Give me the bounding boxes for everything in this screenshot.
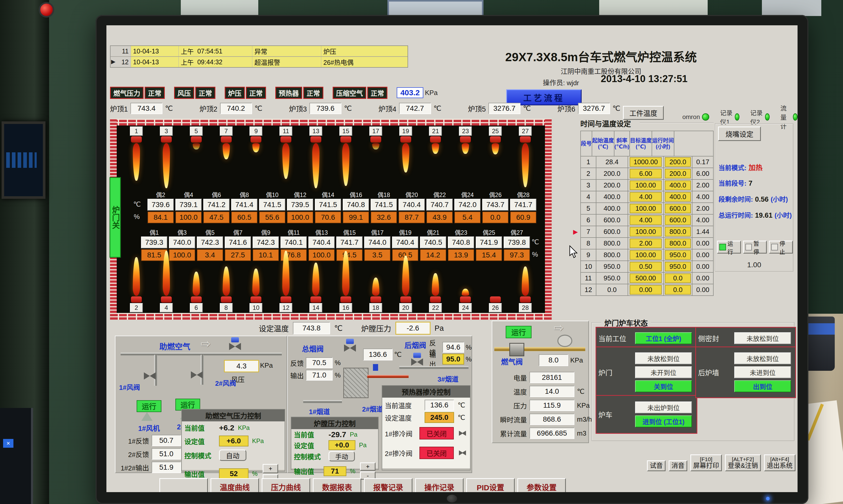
burner-number[interactable]: 1 bbox=[130, 127, 143, 136]
burner-number[interactable]: 26 bbox=[489, 303, 502, 312]
burner-number[interactable]: 16 bbox=[339, 303, 352, 312]
burner-number[interactable]: 17 bbox=[369, 127, 382, 136]
burner-number[interactable]: 19 bbox=[399, 127, 412, 136]
burner-number[interactable]: 27 bbox=[519, 127, 532, 136]
ramp-rate[interactable]: 100.00 bbox=[628, 203, 664, 214]
rear-flue-valve-icon[interactable] bbox=[411, 353, 423, 366]
burner-number[interactable]: 3 bbox=[160, 127, 173, 136]
alarm-row[interactable]: 11 10-04-13 上午 07:54:51 异常 炉压 bbox=[110, 46, 408, 57]
workpiece-temp-button[interactable]: 工件温度 bbox=[623, 106, 664, 120]
ramp-rate[interactable]: 1000.00 bbox=[628, 157, 664, 167]
burner-setup-button[interactable]: 烧嘴设定 bbox=[718, 127, 761, 141]
burner-number[interactable]: 20 bbox=[399, 303, 412, 312]
ramp-rate[interactable]: 4.00 bbox=[628, 215, 664, 226]
target-temp[interactable]: 200.0 bbox=[664, 168, 693, 179]
burner-number[interactable]: 7 bbox=[220, 127, 233, 136]
ramp-rate[interactable]: 0.50 bbox=[628, 261, 664, 272]
program-row[interactable]: 2 200.0 6.00 200.0 6.00 bbox=[581, 168, 713, 180]
ramp-rate[interactable]: 100.00 bbox=[628, 249, 664, 260]
burner-number[interactable]: 11 bbox=[280, 127, 292, 136]
target-temp[interactable]: 400.0 bbox=[664, 191, 693, 202]
burner-number[interactable]: 25 bbox=[489, 127, 502, 136]
air-valve1-icon[interactable] bbox=[144, 372, 156, 380]
burner-number[interactable]: 18 bbox=[369, 303, 382, 312]
target-temp[interactable]: 950.0 bbox=[664, 249, 693, 260]
nav-tab[interactable]: 操作记录 bbox=[415, 478, 464, 492]
cold-valve1-state[interactable]: 已关闭 bbox=[419, 427, 454, 439]
pressure-mode-button[interactable]: 手动 bbox=[328, 451, 355, 462]
increase-button[interactable]: + bbox=[263, 464, 278, 473]
burner-number[interactable]: 21 bbox=[429, 127, 442, 136]
out-value[interactable]: 52 bbox=[219, 468, 249, 479]
target-temp[interactable]: 0.0 bbox=[664, 273, 693, 284]
burner-number[interactable]: 15 bbox=[339, 127, 352, 136]
burner-number[interactable]: 5 bbox=[190, 127, 203, 136]
program-row[interactable]: 11 950.0 500.00 0.0 0.00 bbox=[581, 273, 713, 284]
ramp-rate[interactable]: 4.00 bbox=[628, 191, 664, 202]
burner-number[interactable]: 12 bbox=[280, 303, 292, 312]
ramp-rate[interactable]: 2.00 bbox=[628, 238, 664, 249]
ramp-rate[interactable]: 0.00 bbox=[628, 284, 664, 295]
ramp-rate[interactable]: 500.00 bbox=[628, 273, 664, 284]
system-button[interactable]: [F10] 屏幕打印 bbox=[690, 454, 722, 471]
target-temp[interactable]: 800.0 bbox=[664, 226, 693, 237]
preheat-set-value[interactable]: 245.0 bbox=[425, 412, 454, 423]
nav-tab[interactable] bbox=[159, 478, 208, 492]
cold-valve1-icon[interactable] bbox=[459, 431, 466, 436]
target-temp[interactable]: 400.0 bbox=[664, 180, 693, 191]
target-temp[interactable]: 800.0 bbox=[664, 238, 693, 249]
nav-tab[interactable]: 数据报表 bbox=[313, 478, 361, 492]
pressure-set-value[interactable]: +0.0 bbox=[328, 440, 355, 450]
target-temp[interactable]: 600.0 bbox=[664, 215, 693, 226]
target-temp[interactable]: 950.0 bbox=[664, 261, 693, 272]
run-button[interactable]: 运行 bbox=[717, 241, 741, 254]
system-button[interactable]: [ALT+F2] 登录&注销 bbox=[725, 454, 761, 471]
program-row[interactable]: 7 600.0 100.00 800.0 1.44 bbox=[581, 226, 713, 238]
ramp-rate[interactable]: 100.00 bbox=[628, 180, 664, 191]
burner-number[interactable]: 8 bbox=[220, 303, 233, 312]
system-button[interactable]: 试音 bbox=[647, 461, 666, 471]
burner-number[interactable]: 23 bbox=[459, 127, 472, 136]
nav-tab[interactable]: PID设置 bbox=[466, 478, 515, 492]
burner-number[interactable]: 28 bbox=[519, 303, 532, 312]
program-row[interactable]: 5 400.0 100.00 600.0 2.00 bbox=[581, 203, 713, 215]
set-value[interactable]: +6.0 bbox=[219, 436, 249, 446]
gas-valve-icon[interactable] bbox=[509, 343, 524, 356]
nav-tab[interactable]: 参数设置 bbox=[517, 478, 566, 492]
burner-number[interactable]: 13 bbox=[309, 127, 322, 136]
program-row[interactable]: 1 28.4 1000.00 200.0 0.17 bbox=[581, 157, 713, 168]
main-flue-valve-icon[interactable] bbox=[344, 339, 356, 352]
mode-button[interactable]: 自动 bbox=[219, 450, 246, 461]
program-row[interactable]: 3 200.0 100.00 400.0 2.00 bbox=[581, 180, 713, 191]
target-temp[interactable]: 600.0 bbox=[664, 203, 693, 214]
system-button[interactable]: 消音 bbox=[669, 461, 687, 471]
rear-output-value[interactable]: 95.0 bbox=[443, 354, 464, 364]
burner-number[interactable]: 6 bbox=[190, 303, 203, 312]
compressed-air-pressure-value[interactable]: 403.2 bbox=[397, 87, 423, 98]
burner-number[interactable]: 9 bbox=[250, 127, 263, 136]
cold-valve2-icon[interactable] bbox=[459, 450, 466, 455]
nav-tab[interactable]: 报警记录 bbox=[364, 478, 412, 492]
ramp-rate[interactable]: 100.00 bbox=[628, 226, 664, 237]
program-row[interactable]: 6 600.0 4.00 600.0 4.00 bbox=[581, 215, 713, 226]
target-temp[interactable]: 200.0 bbox=[664, 157, 693, 167]
program-row[interactable]: 10 950.0 0.50 950.0 0.00 bbox=[581, 261, 713, 273]
target-temp[interactable]: 0.0 bbox=[664, 284, 693, 295]
pressure-increase-button[interactable]: + bbox=[360, 463, 376, 471]
burner-number[interactable]: 14 bbox=[309, 303, 322, 312]
nav-tab[interactable]: 温度曲线 bbox=[211, 478, 259, 492]
burner-number[interactable]: 2 bbox=[130, 303, 143, 312]
air-valve2-icon[interactable] bbox=[191, 371, 203, 379]
pause-button[interactable]: 暂停 bbox=[743, 241, 767, 254]
ramp-rate[interactable]: 6.00 bbox=[628, 168, 664, 179]
system-button[interactable]: [Alt+F4] 退出系统 bbox=[764, 454, 795, 471]
program-row[interactable]: 12 0.0 0.00 0.0 0.00 bbox=[581, 284, 713, 295]
pressure-out-value[interactable]: 71 bbox=[324, 466, 346, 476]
cold-valve2-state[interactable]: 已关闭 bbox=[419, 447, 454, 459]
burner-number[interactable]: 24 bbox=[459, 303, 472, 312]
stop-button[interactable]: 停止 bbox=[769, 241, 793, 254]
burner-number[interactable]: 4 bbox=[160, 303, 173, 312]
alarm-row[interactable]: 12 10-04-13 上午 09:44:32 超温报警 26#热电偶 bbox=[110, 57, 408, 67]
burner-number[interactable]: 22 bbox=[429, 303, 442, 312]
program-row[interactable]: 4 400.0 4.00 400.0 4.00 bbox=[581, 191, 713, 203]
